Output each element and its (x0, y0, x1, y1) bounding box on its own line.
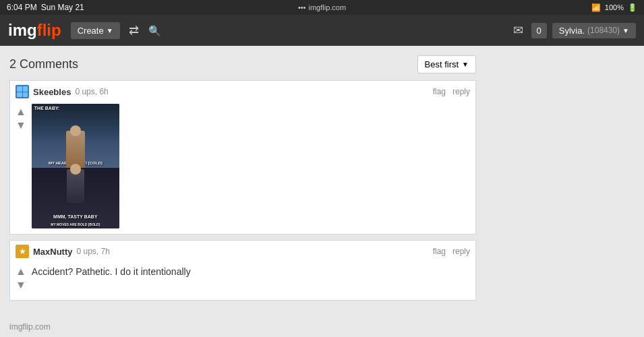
wifi-icon: 📶 (591, 3, 601, 12)
status-day: Sun May 21 (41, 3, 84, 12)
username-2: MaxNutty (33, 247, 73, 257)
navbar: imgflip Create ▼ ⇄ 🔍 ✉ 0 Sylvia. (108430… (0, 15, 644, 46)
user-chevron-icon: ▼ (622, 27, 629, 34)
meme-bottom: MMM, TASTY BABY MY MOVES ARE BOLD [BOLD] (32, 168, 119, 228)
comment-content-1: THE BABY: MY HEART IS COLD [COLD] MMM, T… (32, 102, 470, 228)
vote-col-1: ▲ ▼ (10, 102, 32, 228)
comments-title: 2 Comments (9, 57, 78, 71)
comment-ups-2: 0 ups, 7h (77, 247, 110, 256)
comment-header-2: ★ MaxNutty 0 ups, 7h flag reply (10, 241, 475, 259)
sort-label: Best first (425, 59, 459, 69)
logo-flip: flip (37, 21, 61, 39)
mail-button[interactable]: ✉ (510, 20, 526, 40)
mail-icon: ✉ (513, 24, 523, 37)
sort-chevron-icon: ▼ (462, 61, 469, 68)
downvote-button-2[interactable]: ▼ (14, 278, 28, 292)
avatar-1 (16, 85, 29, 98)
meme-bottom-text: MMM, TASTY BABY (32, 214, 119, 219)
shuffle-icon: ⇄ (129, 24, 139, 37)
username-1: Skeebles (33, 87, 71, 97)
meme-figure-top-body (66, 131, 85, 168)
meme-figure-bottom-body (67, 169, 84, 203)
comment-header-1: Skeebles 0 ups, 6h flag reply (10, 81, 475, 100)
shuffle-button[interactable]: ⇄ (125, 20, 142, 41)
search-icon: 🔍 (148, 25, 161, 36)
meme-figure-top-head (70, 125, 81, 136)
comment-block-1: Skeebles 0 ups, 6h flag reply ▲ ▼ THE (9, 80, 476, 235)
avatar-2: ★ (16, 245, 29, 258)
flag-link-2[interactable]: flag (433, 247, 446, 256)
comment-text-2: Accident? Pathetic. I do it intentionall… (32, 264, 470, 277)
logo-img: img (8, 21, 37, 39)
meme-bottom-subtext: MY MOVES ARE BOLD [BOLD] (32, 222, 119, 226)
comment-actions-1: flag reply (433, 87, 470, 96)
status-dots: ••• (298, 3, 306, 11)
comment-body-2: ▲ ▼ Accident? Pathetic. I do it intentio… (10, 259, 475, 300)
reply-link-2[interactable]: reply (452, 247, 470, 256)
downvote-button-1[interactable]: ▼ (14, 119, 28, 132)
status-url: imgflip.com (308, 3, 346, 11)
search-button[interactable]: 🔍 (145, 20, 165, 41)
flag-link-1[interactable]: flag (433, 87, 446, 96)
battery-label: 100% (605, 3, 624, 11)
status-time: 6:04 PM (7, 3, 37, 12)
notification-button[interactable]: 0 (531, 23, 547, 38)
comment-ups-1: 0 ups, 6h (75, 87, 108, 96)
comment-meta-2: ★ MaxNutty 0 ups, 7h (16, 245, 110, 258)
status-bar: 6:04 PM Sun May 21 ••• imgflip.com 📶 100… (0, 0, 644, 15)
comment-actions-2: flag reply (433, 247, 470, 256)
sort-button[interactable]: Best first ▼ (417, 55, 476, 73)
create-button[interactable]: Create ▼ (71, 22, 120, 39)
meme-top-text: THE BABY: (34, 106, 60, 111)
upvote-button-2[interactable]: ▲ (14, 265, 28, 278)
footer-label: imgflip.com (9, 322, 51, 332)
create-chevron-icon: ▼ (107, 27, 113, 34)
comment-meta-1: Skeebles 0 ups, 6h (16, 85, 109, 98)
meme-top: THE BABY: MY HEART IS COLD [COLD] (32, 104, 119, 168)
comment-content-2: Accident? Pathetic. I do it intentionall… (32, 262, 470, 295)
main-content: 2 Comments Best first ▼ Skeebles 0 ups, … (0, 46, 486, 315)
reply-link-1[interactable]: reply (452, 87, 470, 96)
user-menu-button[interactable]: Sylvia. (108430) ▼ (552, 23, 636, 38)
meme-figure-bottom-head (70, 164, 81, 175)
comment-block-2: ★ MaxNutty 0 ups, 7h flag reply ▲ ▼ Acci… (9, 240, 476, 301)
vote-col-2: ▲ ▼ (10, 262, 32, 295)
comment-body-1: ▲ ▼ THE BABY: MY HEART IS COLD [COLD] (10, 100, 475, 234)
comments-header: 2 Comments Best first ▼ (9, 55, 476, 73)
upvote-button-1[interactable]: ▲ (14, 105, 28, 119)
battery-icon: 🔋 (628, 3, 637, 12)
logo[interactable]: imgflip (8, 21, 61, 40)
user-score: (108430) (587, 26, 620, 35)
comment-image-1: THE BABY: MY HEART IS COLD [COLD] MMM, T… (32, 104, 119, 228)
page-footer: imgflip.com (0, 315, 644, 337)
